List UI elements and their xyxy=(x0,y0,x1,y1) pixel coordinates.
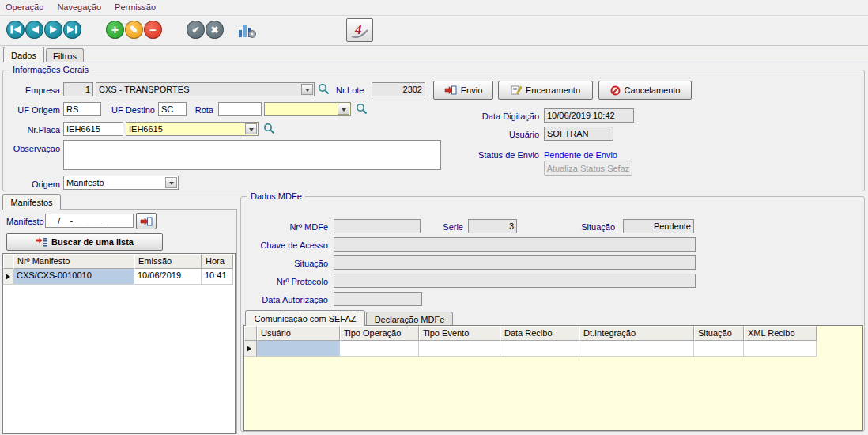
data-autorizacao-label: Data Autorização xyxy=(245,294,328,305)
empresa-label: Empresa xyxy=(6,85,60,96)
column-header-emissao[interactable]: Emissão xyxy=(134,254,202,269)
rota-combo[interactable] xyxy=(264,102,351,116)
cell-data-recibo[interactable] xyxy=(500,341,579,357)
empresa-code-field: 1 xyxy=(63,82,93,96)
empresa-search-button[interactable] xyxy=(318,83,330,96)
dados-mdfe-title: Dados MDFe xyxy=(247,191,305,202)
column-header-situacao[interactable]: Situação xyxy=(694,326,744,341)
minus-icon: − xyxy=(149,24,157,36)
next-record-icon xyxy=(50,25,58,34)
nrplaca-combo-value: IEH6615 xyxy=(129,124,163,134)
cell-xml-recibo[interactable] xyxy=(744,341,817,357)
envio-button[interactable]: Envio xyxy=(433,81,493,100)
search-icon xyxy=(318,83,330,95)
uf-origem-field[interactable]: RS xyxy=(63,102,101,116)
x-icon: ✖ xyxy=(210,25,218,35)
nav-next-button[interactable] xyxy=(44,21,62,39)
buscar-lista-button[interactable]: Buscar de uma lista xyxy=(6,233,163,251)
observacao-textarea[interactable] xyxy=(63,140,441,170)
nr-protocolo-field xyxy=(334,274,696,288)
cell-usuario[interactable] xyxy=(257,341,340,357)
chevron-down-icon xyxy=(169,182,174,187)
edit-record-button[interactable]: ✎ xyxy=(125,21,143,39)
nav-prev-button[interactable] xyxy=(25,21,43,39)
app-logo-button[interactable]: 4 xyxy=(346,18,373,42)
origem-combo-dropdown[interactable] xyxy=(165,177,177,188)
cell-tipo-evento[interactable] xyxy=(419,341,500,357)
uf-destino-field[interactable]: SC xyxy=(158,102,187,116)
close-document-icon xyxy=(511,85,522,95)
table-row[interactable]: CXS/CXS-0010010 10/06/2019 10:41 xyxy=(3,269,235,285)
data-digitacao-label: Data Digitação xyxy=(443,111,539,122)
sefaz-grid-header: Usuário Tipo Operação Tipo Evento Data R… xyxy=(244,326,862,341)
rota-code-field[interactable] xyxy=(218,102,262,116)
grid-corner-cell xyxy=(3,254,13,269)
nrplaca-combo[interactable]: IEH6615 xyxy=(126,122,259,136)
usuario-field: SOFTRAN xyxy=(544,127,613,141)
row-marker-icon xyxy=(247,346,255,352)
column-header-tipo-evento[interactable]: Tipo Evento xyxy=(419,326,500,341)
manifestos-grid-header: Nrº Manifesto Emissão Hora xyxy=(3,254,235,269)
column-header-data-recibo[interactable]: Data Recibo xyxy=(500,326,579,341)
nrplaca-combo-dropdown[interactable] xyxy=(245,123,257,134)
rota-combo-dropdown[interactable] xyxy=(338,104,349,115)
tab-comunicacao-sefaz[interactable]: Comunicação com SEFAZ xyxy=(245,310,365,326)
column-header-nr-manifesto[interactable]: Nrº Manifesto xyxy=(13,254,134,269)
plus-icon: + xyxy=(111,24,119,36)
uf-destino-label: UF Destino xyxy=(104,104,155,115)
usuario-label: Usuário xyxy=(490,129,539,140)
tab-manifestos[interactable]: Manifestos xyxy=(2,194,61,210)
cell-emissao[interactable]: 10/06/2019 xyxy=(134,269,202,285)
sefaz-grid: Usuário Tipo Operação Tipo Evento Data R… xyxy=(243,325,863,431)
menu-bar: Operação Navegação Permissão xyxy=(0,0,868,16)
tab-declaracao-mdfe[interactable]: Declaração MDFe xyxy=(366,312,453,326)
softran-logo-icon: 4 xyxy=(349,20,370,40)
column-header-usuario[interactable]: Usuário xyxy=(257,326,340,341)
cell-situacao[interactable] xyxy=(694,341,744,357)
origem-label: Origem xyxy=(6,179,60,190)
tab-dados[interactable]: Dados xyxy=(3,47,44,62)
row-selector-cell xyxy=(244,341,257,357)
cancelamento-button-label: Cancelamento xyxy=(625,85,681,95)
tab-comunicacao-sefaz-label: Comunicação com SEFAZ xyxy=(255,314,357,323)
nrlote-label: Nr.Lote xyxy=(336,85,364,96)
cancel-button[interactable]: ✖ xyxy=(206,21,224,39)
report-chart-button[interactable] xyxy=(237,21,258,40)
cell-nr-manifesto[interactable]: CXS/CXS-0010010 xyxy=(13,269,134,285)
encerramento-button[interactable]: Encerramento xyxy=(498,81,593,100)
column-header-tipo-operacao[interactable]: Tipo Operação xyxy=(340,326,419,341)
chave-acesso-label: Chave de Acesso xyxy=(245,240,328,251)
nrplaca-field[interactable]: IEH6615 xyxy=(63,122,123,136)
search-icon xyxy=(356,103,368,115)
tab-filtros[interactable]: Filtros xyxy=(46,48,84,62)
delete-record-button[interactable]: − xyxy=(144,21,162,39)
confirm-button[interactable]: ✔ xyxy=(187,21,205,39)
menu-operacao[interactable]: Operação xyxy=(0,0,49,13)
nrplaca-search-button[interactable] xyxy=(263,123,276,135)
origem-combo[interactable]: Manifesto xyxy=(63,176,179,190)
column-header-hora[interactable]: Hora xyxy=(202,254,233,269)
chevron-down-icon xyxy=(342,108,346,114)
cell-tipo-operacao[interactable] xyxy=(340,341,419,357)
manifesto-mask-input[interactable]: __/__-______ xyxy=(45,214,134,228)
menu-navegacao[interactable]: Navegação xyxy=(51,0,107,13)
situacao-label: Situação xyxy=(568,221,615,233)
table-row[interactable] xyxy=(244,341,862,357)
prev-record-icon xyxy=(31,25,39,34)
rota-search-button[interactable] xyxy=(356,103,368,115)
cell-hora[interactable]: 10:41 xyxy=(202,269,233,285)
column-header-dt-integracao[interactable]: Dt.Integração xyxy=(579,326,694,341)
add-record-button[interactable]: + xyxy=(106,21,124,39)
bar-chart-gear-icon xyxy=(237,21,258,40)
search-icon xyxy=(263,123,275,134)
cell-dt-integracao[interactable] xyxy=(579,341,694,357)
nav-last-button[interactable] xyxy=(63,21,81,39)
column-header-xml-recibo[interactable]: XML Recibo xyxy=(744,326,817,341)
empresa-combo-dropdown[interactable] xyxy=(301,84,313,95)
pencil-icon: ✎ xyxy=(130,25,138,35)
manifesto-add-button[interactable] xyxy=(136,213,157,229)
list-arrows-icon xyxy=(36,237,47,247)
nav-first-button[interactable] xyxy=(6,21,25,39)
cancelamento-button[interactable]: Cancelamento xyxy=(598,81,692,100)
menu-permissao[interactable]: Permissão xyxy=(109,0,161,13)
